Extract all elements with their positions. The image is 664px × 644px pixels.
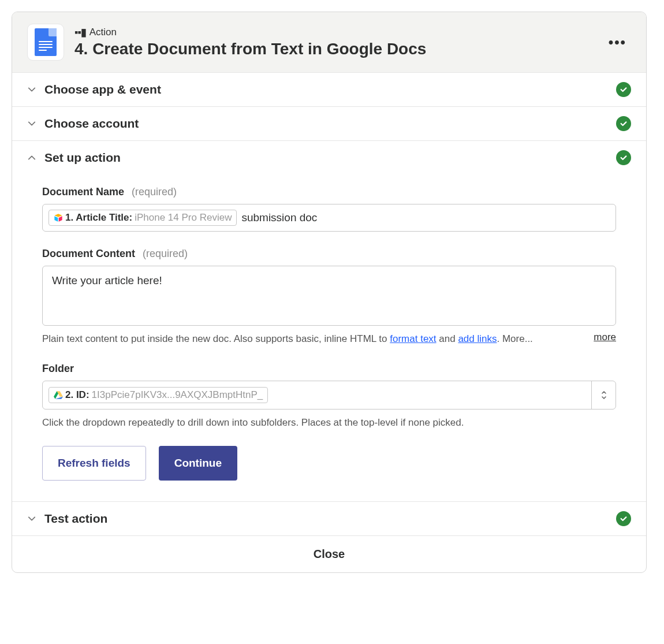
section-header-choose-app-event[interactable]: Choose app & event (12, 73, 646, 106)
help-row: Plain text content to put inside the new… (42, 332, 616, 347)
dropdown-caret-button[interactable] (591, 381, 615, 409)
status-complete-icon (616, 150, 631, 165)
refresh-fields-button[interactable]: Refresh fields (42, 446, 146, 481)
header-text: ▪▪▮ Action 4. Create Document from Text … (74, 26, 594, 58)
pill-source: 1. Article Title: (65, 212, 132, 224)
status-complete-icon (616, 82, 631, 97)
svg-marker-1 (54, 216, 58, 221)
continue-button[interactable]: Continue (159, 446, 237, 481)
pill-source: 2. ID: (65, 389, 89, 401)
label-text: Folder (42, 363, 74, 374)
header-label: ▪▪▮ Action (74, 26, 594, 39)
status-complete-icon (616, 511, 631, 526)
chevron-down-icon (27, 514, 36, 523)
help-text: Plain text content to put inside the new… (42, 332, 584, 347)
section-header-choose-account[interactable]: Choose account (12, 107, 646, 140)
header-title: 4. Create Document from Text in Google D… (74, 40, 594, 58)
more-link[interactable]: more (594, 332, 616, 343)
add-links-link[interactable]: add links (458, 333, 497, 344)
section-test-action: Test action (12, 502, 646, 536)
pill-value: 1I3pPcie7pIKV3x...9AXQXJBmptHtnP_ (92, 389, 263, 401)
label-text: Document Content (42, 248, 135, 259)
section-header-test-action[interactable]: Test action (12, 502, 646, 535)
action-panel: ▪▪▮ Action 4. Create Document from Text … (12, 12, 647, 573)
svg-marker-0 (54, 214, 62, 217)
button-row: Refresh fields Continue (42, 446, 616, 481)
required-indicator: (required) (132, 186, 177, 198)
chevron-up-icon (27, 153, 36, 162)
section-header-set-up-action[interactable]: Set up action (12, 141, 646, 174)
chevron-down-icon (27, 119, 36, 128)
field-folder: Folder 2. ID: (42, 363, 616, 430)
folder-select-body[interactable]: 2. ID: 1I3pPcie7pIKV3x...9AXQXJBmptHtnP_ (43, 381, 591, 409)
mapped-field-pill[interactable]: 1. Article Title: iPhone 14 Pro Review (49, 210, 237, 226)
field-label: Document Name (required) (42, 186, 616, 198)
close-button[interactable]: Close (12, 536, 646, 572)
action-step-icon: ▪▪▮ (74, 26, 86, 39)
document-content-input[interactable]: Write your article here! (42, 266, 616, 326)
section-set-up-action: Set up action Document Name (required) (12, 141, 646, 502)
textarea-value: Write your article here! (52, 274, 162, 286)
section-title: Choose account (44, 117, 608, 131)
field-label: Folder (42, 363, 616, 375)
header-label-text: Action (89, 27, 117, 38)
section-choose-app-event: Choose app & event (12, 73, 646, 107)
folder-select[interactable]: 2. ID: 1I3pPcie7pIKV3x...9AXQXJBmptHtnP_ (42, 381, 616, 410)
google-drive-icon (54, 390, 63, 400)
field-label: Document Content (required) (42, 248, 616, 260)
app-icon-container (27, 24, 64, 61)
svg-marker-5 (55, 396, 63, 399)
more-menu-button[interactable]: ••• (604, 32, 631, 53)
help-text: Click the dropdown repeatedly to drill d… (42, 415, 616, 430)
field-document-name: Document Name (required) 1. Article Titl… (42, 186, 616, 232)
label-text: Document Name (42, 186, 124, 198)
document-name-input[interactable]: 1. Article Title: iPhone 14 Pro Review s… (42, 204, 616, 232)
format-text-link[interactable]: format text (390, 333, 436, 344)
field-document-content: Document Content (required) Write your a… (42, 248, 616, 347)
airtable-icon (54, 213, 63, 222)
required-indicator: (required) (143, 248, 188, 259)
section-choose-account: Choose account (12, 107, 646, 141)
panel-header: ▪▪▮ Action 4. Create Document from Text … (12, 12, 646, 73)
section-body-set-up-action: Document Name (required) 1. Article Titl… (12, 174, 646, 501)
svg-marker-2 (59, 216, 62, 221)
google-docs-icon (35, 28, 57, 56)
status-complete-icon (616, 116, 631, 131)
mapped-field-pill[interactable]: 2. ID: 1I3pPcie7pIKV3x...9AXQXJBmptHtnP_ (49, 387, 268, 403)
pill-value: iPhone 14 Pro Review (135, 212, 232, 224)
chevron-down-icon (27, 85, 36, 94)
section-title: Test action (44, 512, 608, 526)
section-title: Set up action (44, 151, 608, 165)
input-suffix-text: submission doc (241, 211, 317, 224)
section-title: Choose app & event (44, 83, 608, 96)
